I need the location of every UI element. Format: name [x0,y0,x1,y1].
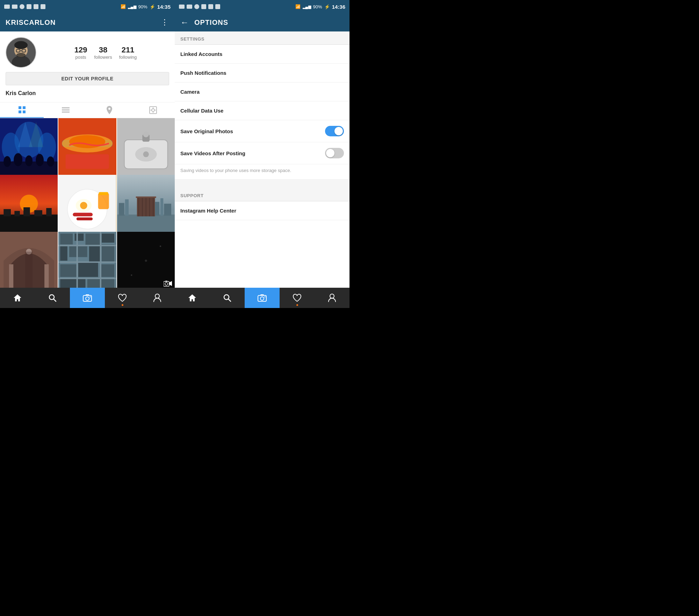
svg-rect-10 [19,110,21,113]
cellular-data-item[interactable]: Cellular Data Use [175,101,350,120]
r-check1-icon [208,4,213,9]
r-nav-search[interactable] [210,288,245,308]
save-videos-helper-text: Saving videos to your phone uses more st… [175,164,350,180]
linked-accounts-label: Linked Accounts [180,51,222,57]
svg-point-119 [265,296,266,298]
following-stat: 211 following [119,45,137,60]
svg-rect-11 [23,110,26,113]
svg-rect-91 [100,264,114,277]
menu-dots-button[interactable]: ⋮ [161,18,169,27]
photo-pier[interactable] [117,175,175,232]
nav-heart[interactable] [105,288,140,308]
svg-rect-8 [19,106,21,109]
following-label: following [119,55,137,60]
svg-rect-82 [75,234,84,241]
search-icon [48,293,57,302]
photo-concert[interactable] [0,118,58,176]
svg-rect-48 [14,211,20,216]
photo-sunset[interactable] [0,175,58,232]
shazam-icon [20,4,24,9]
r-nav-home[interactable] [175,288,210,308]
r-battery-percent: 90% [313,4,322,9]
save-videos-row: Save Videos After Posting [175,142,350,164]
r-wifi-icon: 📶 [295,4,301,9]
camera-settings-item[interactable]: Camera [175,83,350,101]
svg-rect-83 [86,234,100,246]
svg-point-29 [36,154,44,166]
svg-rect-92 [60,279,85,288]
photo-arch[interactable] [0,232,58,288]
location-icon [106,106,113,114]
svg-rect-97 [77,232,78,288]
camera-settings-label: Camera [180,89,200,95]
support-section-header: SUPPORT [175,188,350,201]
svg-point-41 [143,151,149,157]
svg-rect-61 [117,215,175,233]
nav-camera[interactable] [70,288,105,308]
save-videos-toggle[interactable] [325,148,344,158]
posts-count: 129 [74,45,87,55]
svg-point-28 [25,155,33,166]
push-notifications-label: Push Notifications [180,70,226,76]
nav-profile[interactable] [140,288,175,308]
svg-rect-73 [125,200,128,216]
avatar-svg [6,38,36,67]
r-nav-camera[interactable] [245,288,280,308]
svg-point-55 [80,202,87,209]
tab-grid[interactable] [0,102,44,118]
save-original-photos-toggle[interactable] [325,126,344,136]
camera-nav-icon [83,294,92,302]
tab-location[interactable] [87,102,131,118]
tab-list[interactable] [44,102,87,118]
r-mail-icon [187,5,192,9]
svg-point-100 [145,259,147,262]
svg-point-27 [14,153,22,166]
svg-rect-70 [160,198,163,216]
save-original-photos-knob [334,127,343,135]
svg-rect-47 [3,209,11,216]
svg-rect-12 [62,107,70,108]
r-profile-nav-icon [328,293,336,302]
left-panel: 📶 ▂▄▆ 90% ⚡ 14:35 KRISCARLON ⋮ [0,0,175,308]
svg-rect-13 [62,109,70,110]
tab-tagged[interactable] [131,102,175,118]
svg-rect-118 [260,294,264,296]
svg-rect-69 [155,202,159,216]
photo-city[interactable] [58,232,116,288]
svg-rect-105 [165,281,167,282]
svg-point-110 [86,297,89,300]
home-icon [13,293,22,302]
help-center-item[interactable]: Instagram Help Center [175,201,350,220]
svg-rect-56 [73,213,93,216]
r-camera-nav-icon [258,294,267,302]
save-original-photos-label: Save Original Photos [180,128,233,134]
right-status-bar: 📶 ▂▄▆ 90% ⚡ 14:36 [175,0,350,13]
r-nav-heart[interactable] [280,288,315,308]
r-shazam-icon [194,4,199,9]
nav-home[interactable] [0,288,35,308]
nav-search[interactable] [35,288,70,308]
svg-rect-14 [62,112,70,113]
photo-dark[interactable] [117,232,175,288]
tagged-icon [149,106,157,114]
r-nav-profile[interactable] [315,288,350,308]
help-center-label: Instagram Help Center [180,208,236,214]
linked-accounts-item[interactable]: Linked Accounts [175,45,350,64]
check2-icon [41,4,45,9]
svg-rect-89 [60,264,76,277]
photo-grid [0,118,175,288]
photo-sink[interactable] [117,118,175,176]
edit-profile-button[interactable]: EDIT YOUR PROFILE [6,72,169,85]
back-button[interactable]: ← [180,17,189,27]
svg-point-101 [131,274,132,276]
photo-food2[interactable] [58,175,116,232]
svg-rect-84 [102,234,114,243]
battery-percent: 90% [138,4,147,9]
left-status-icons [4,4,45,9]
push-notifications-item[interactable]: Push Notifications [175,64,350,83]
svg-rect-58 [98,193,109,209]
heart-icon [118,294,127,302]
photo-food1[interactable] [58,118,116,176]
settings-content: SETTINGS Linked Accounts Push Notificati… [175,31,350,288]
signal-icon: ▂▄▆ [128,5,136,9]
